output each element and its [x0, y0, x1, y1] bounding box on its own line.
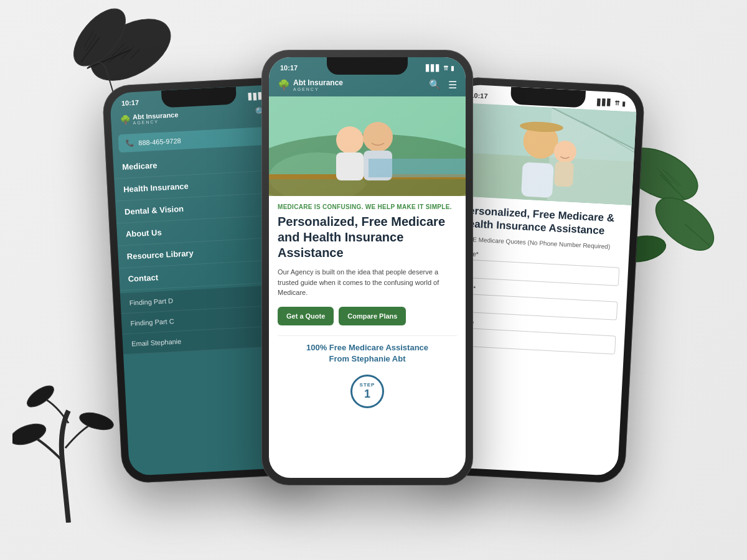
hero-image-right	[454, 103, 636, 205]
left-logo-text: Abt Insurance AGENCY	[133, 111, 179, 125]
search-icon-center[interactable]: 🔍	[429, 79, 441, 91]
step-number: 1	[364, 388, 370, 401]
battery-icon-center: ▮	[451, 65, 454, 72]
signal-icon-center: ▋▋▋	[426, 65, 441, 72]
compare-plans-button[interactable]: Compare Plans	[339, 307, 406, 325]
step-label: STEP	[360, 382, 375, 388]
right-subtitle: FREE Medicare Quotes (No Phone Number Re…	[460, 235, 621, 250]
free-assistance-text: 100% Free Medicare Assistance From Steph…	[278, 335, 457, 370]
hero-image-center	[269, 96, 466, 196]
wifi-icon-center: ⇈	[443, 65, 448, 72]
logo-tree-icon-left: 🌳	[120, 114, 131, 125]
get-quote-button[interactable]: Get a Quote	[278, 307, 334, 325]
center-logo-text: Abt Insurance AGENCY	[293, 78, 343, 91]
status-icons-right: ▋▋▋ ⇈ ▮	[597, 98, 626, 106]
phone-icon: 📞	[126, 139, 135, 147]
tagline: MEDICARE IS CONFUSING. WE HELP MAKE IT S…	[278, 203, 457, 210]
time-left: 10:17	[121, 98, 139, 106]
svg-rect-29	[336, 152, 364, 180]
svg-rect-32	[369, 159, 466, 177]
cta-buttons: Get a Quote Compare Plans	[278, 307, 457, 325]
brand-name-center: Abt Insurance	[293, 78, 343, 87]
svg-rect-39	[531, 122, 553, 132]
signal-icon-right: ▋▋▋	[597, 98, 613, 106]
step-circle: STEP 1	[350, 375, 384, 408]
center-header: 🌳 Abt Insurance AGENCY 🔍 ☰	[269, 76, 466, 96]
svg-point-30	[363, 122, 393, 152]
phone-center-screen: 10:17 ▋▋▋ ⇈ ▮ 🌳 Abt Insurance AGENCY	[269, 57, 466, 478]
hero-description: Our Agency is built on the idea that peo…	[278, 267, 457, 298]
phone-number: 888-465-9728	[138, 137, 181, 147]
center-logo: 🌳 Abt Insurance AGENCY	[278, 78, 343, 91]
logo-tree-icon-center: 🌳	[278, 79, 290, 91]
left-logo: 🌳 Abt Insurance AGENCY	[120, 111, 179, 126]
hamburger-icon-center[interactable]: ☰	[448, 79, 457, 91]
wifi-icon-right: ⇈	[614, 100, 620, 106]
svg-point-12	[24, 382, 57, 411]
svg-rect-42	[554, 161, 574, 187]
brand-subtitle-center: AGENCY	[293, 87, 343, 91]
right-title: Personalized, Free Medicare & Health Ins…	[461, 203, 622, 238]
center-header-icons: 🔍 ☰	[429, 79, 457, 91]
right-content: Personalized, Free Medicare & Health Ins…	[445, 196, 631, 368]
center-content: MEDICARE IS CONFUSING. WE HELP MAKE IT S…	[269, 196, 466, 416]
notch-center	[327, 57, 408, 75]
time-center: 10:17	[280, 64, 298, 72]
svg-point-28	[336, 126, 364, 154]
phone-center: 10:17 ▋▋▋ ⇈ ▮ 🌳 Abt Insurance AGENCY	[261, 50, 473, 485]
status-icons-center: ▋▋▋ ⇈ ▮	[426, 65, 454, 72]
battery-icon-right: ▮	[622, 100, 626, 106]
svg-rect-40	[521, 162, 554, 198]
hero-title: Personalized, Free Medicare and Health I…	[278, 214, 457, 261]
phones-showcase: 10:17 ▋▋▋ ⇈ ▮ 🌳 Abt Insurance AGENCY	[93, 31, 654, 529]
